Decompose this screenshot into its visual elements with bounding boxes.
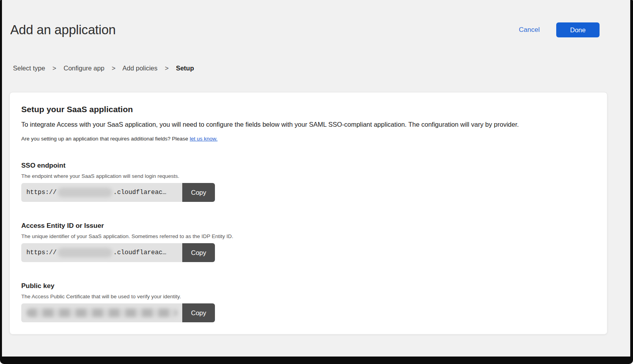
public-key-row: Copy bbox=[21, 303, 215, 322]
public-key-description: The Access Public Certificate that will … bbox=[21, 294, 595, 299]
header-actions: Cancel Done bbox=[519, 22, 600, 37]
public-key-label: Public key bbox=[21, 282, 595, 290]
value-suffix: .cloudflareac… bbox=[113, 249, 166, 256]
let-us-know-link[interactable]: let us know. bbox=[190, 136, 218, 142]
public-key-section: Public key The Access Public Certificate… bbox=[21, 282, 595, 322]
redacted-value-blur bbox=[26, 309, 178, 317]
cancel-button[interactable]: Cancel bbox=[519, 26, 540, 34]
additional-fields-note: Are you setting up an application that r… bbox=[21, 136, 595, 142]
breadcrumb-separator: > bbox=[165, 65, 169, 72]
value-prefix: https:// bbox=[26, 189, 57, 196]
access-entity-id-value: https:// .cloudflareac… bbox=[21, 243, 182, 262]
public-key-value bbox=[21, 303, 182, 322]
value-prefix: https:// bbox=[26, 249, 57, 256]
access-entity-id-section: Access Entity ID or Issuer The unique id… bbox=[21, 222, 595, 262]
sso-endpoint-label: SSO endpoint bbox=[21, 162, 595, 170]
sso-endpoint-description: The endpoint where your SaaS application… bbox=[21, 173, 595, 179]
done-button[interactable]: Done bbox=[556, 22, 600, 37]
breadcrumb-step-select-type[interactable]: Select type bbox=[13, 65, 45, 72]
page-title: Add an application bbox=[10, 22, 116, 37]
breadcrumb: Select type > Configure app > Add polici… bbox=[13, 65, 630, 72]
breadcrumb-step-setup[interactable]: Setup bbox=[176, 65, 194, 72]
note-static-text: Are you setting up an application that r… bbox=[21, 136, 188, 142]
access-entity-id-label: Access Entity ID or Issuer bbox=[21, 222, 595, 230]
add-application-page: Add an application Cancel Done Select ty… bbox=[2, 0, 630, 334]
breadcrumb-step-configure-app[interactable]: Configure app bbox=[63, 65, 104, 72]
public-key-copy-button[interactable]: Copy bbox=[182, 303, 215, 322]
window-frame: Add an application Cancel Done Select ty… bbox=[0, 0, 633, 364]
intro-text: To integrate Access with your SaaS appli… bbox=[21, 121, 595, 128]
breadcrumb-step-add-policies[interactable]: Add policies bbox=[122, 65, 157, 72]
breadcrumb-separator: > bbox=[52, 65, 56, 72]
page-header: Add an application Cancel Done bbox=[2, 22, 630, 37]
card-title: Setup your SaaS application bbox=[21, 105, 595, 114]
sso-endpoint-value: https:// .cloudflareac… bbox=[21, 183, 182, 202]
redacted-value-blur bbox=[58, 188, 112, 197]
breadcrumb-separator: > bbox=[112, 65, 116, 72]
access-entity-id-description: The unique identifier of your SaaS appli… bbox=[21, 233, 595, 239]
sso-endpoint-copy-button[interactable]: Copy bbox=[182, 183, 215, 202]
access-entity-id-copy-button[interactable]: Copy bbox=[182, 243, 215, 262]
access-entity-id-row: https:// .cloudflareac… Copy bbox=[21, 243, 215, 262]
value-suffix: .cloudflareac… bbox=[113, 189, 166, 196]
setup-saas-card: Setup your SaaS application To integrate… bbox=[9, 92, 607, 334]
sso-endpoint-section: SSO endpoint The endpoint where your Saa… bbox=[21, 162, 595, 202]
redacted-value-blur bbox=[58, 248, 112, 257]
sso-endpoint-row: https:// .cloudflareac… Copy bbox=[21, 183, 215, 202]
